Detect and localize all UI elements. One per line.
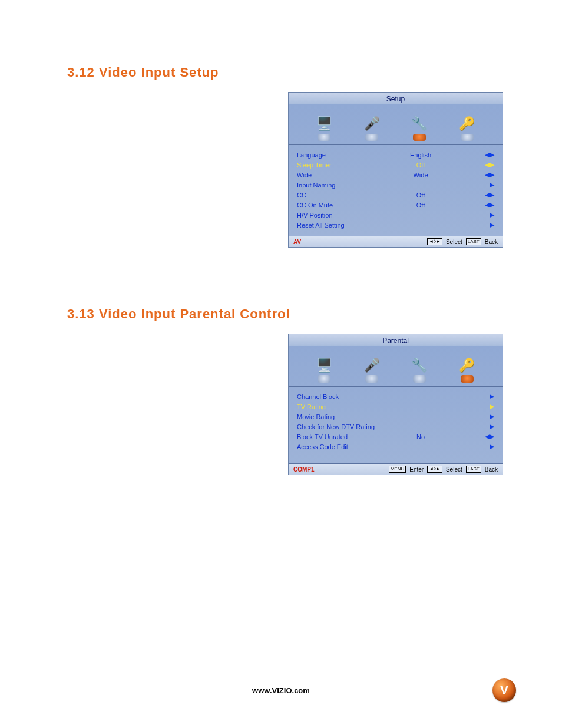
osd-panel-parental: Parental 🖥️ 🎤 🔧 🔑 Channel Block▶TV Ratin… — [288, 334, 503, 475]
menu-row-label: Access Code Edit — [297, 443, 385, 450]
tab-indicator-active[interactable] — [461, 375, 474, 383]
menu-row[interactable]: CCOff◀▶ — [297, 190, 497, 200]
setup-icon: 🔧 — [411, 116, 427, 131]
menu-row-label: Reset All Setting — [297, 222, 385, 229]
tab-indicator[interactable] — [365, 134, 378, 141]
parental-icon: 🔑 — [459, 358, 475, 373]
menu-row-value: Off — [385, 192, 456, 199]
input-source-label: COMP1 — [293, 466, 389, 473]
right-arrow-icon: ▶ — [456, 403, 497, 410]
right-arrow-icon: ▶ — [456, 221, 497, 229]
menu-row-value: No — [385, 433, 456, 440]
osd-footer: AV ◄◊►SelectLASTBack — [289, 236, 503, 247]
osd-footer: COMP1 MENUEnter◄◊►SelectLASTBack — [289, 463, 503, 475]
parental-icon: 🔑 — [459, 116, 475, 131]
tab-indicator[interactable] — [461, 134, 474, 141]
menu-row[interactable]: Reset All Setting▶ — [297, 220, 497, 230]
right-arrow-icon: ▶ — [456, 423, 497, 430]
right-arrow-icon: ▶ — [456, 413, 497, 420]
footer-url: www.VIZIO.com — [0, 686, 562, 695]
setup-icon: 🔧 — [411, 358, 427, 373]
osd-tab-indicators — [289, 131, 503, 145]
menu-row-value: Off — [385, 202, 456, 209]
menu-row-label: Movie Rating — [297, 413, 385, 420]
left-right-arrow-icon: ◀▶ — [456, 171, 497, 179]
menu-row-label: TV Rating — [297, 403, 385, 410]
menu-row-label: Block TV Unrated — [297, 433, 385, 440]
section-heading-setup: 3.12 Video Input Setup — [67, 65, 503, 80]
audio-icon: 🎤 — [364, 358, 380, 373]
menu-row-label: Sleep Timer — [297, 162, 385, 169]
keycap: ◄◊► — [427, 466, 442, 473]
audio-icon: 🎤 — [364, 116, 380, 131]
right-arrow-icon: ▶ — [456, 443, 497, 450]
menu-row-label: Language — [297, 151, 385, 159]
left-right-arrow-icon: ◀▶ — [456, 151, 497, 159]
left-right-arrow-icon: ◀▶ — [456, 191, 497, 199]
menu-row-value: English — [385, 151, 456, 159]
input-source-label: AV — [293, 239, 427, 245]
hint-text: Enter — [409, 466, 424, 473]
picture-icon: 🖥️ — [316, 116, 332, 131]
menu-row-label: CC On Mute — [297, 202, 385, 209]
right-arrow-icon: ▶ — [456, 393, 497, 400]
menu-row[interactable]: CC On MuteOff◀▶ — [297, 200, 497, 210]
section-heading-parental: 3.13 Video Input Parental Control — [67, 307, 503, 322]
right-arrow-icon: ▶ — [456, 211, 497, 219]
menu-row[interactable]: WideWide◀▶ — [297, 170, 497, 180]
keycap: ◄◊► — [427, 238, 442, 245]
menu-row-label: Channel Block — [297, 393, 385, 400]
tab-indicator[interactable] — [318, 134, 330, 141]
hint-text: Select — [446, 466, 462, 473]
menu-row[interactable]: Check for New DTV Rating▶ — [297, 421, 497, 431]
menu-row[interactable]: Block TV UnratedNo◀▶ — [297, 431, 497, 442]
osd-tab-indicators — [289, 373, 503, 387]
keycap: LAST — [466, 238, 481, 245]
menu-row[interactable]: Sleep TimerOff◀▶ — [297, 160, 497, 170]
hint-text: Back — [485, 466, 498, 473]
menu-row-label: Input Naming — [297, 182, 385, 189]
keycap: LAST — [466, 466, 481, 473]
menu-row[interactable]: Input Naming▶ — [297, 180, 497, 190]
osd-category-icons: 🖥️ 🎤 🔧 🔑 — [289, 104, 503, 131]
hint-text: Back — [485, 239, 498, 245]
left-right-arrow-icon: ◀▶ — [456, 161, 497, 169]
menu-row-value: Wide — [385, 172, 456, 179]
osd-panel-setup: Setup 🖥️ 🎤 🔧 🔑 LanguageEnglish◀▶Sleep Ti… — [288, 92, 503, 248]
vizio-logo: V — [492, 678, 516, 702]
menu-row[interactable]: LanguageEnglish◀▶ — [297, 150, 497, 160]
menu-row[interactable]: TV Rating▶ — [297, 401, 497, 411]
tab-indicator[interactable] — [318, 375, 330, 383]
left-right-arrow-icon: ◀▶ — [456, 201, 497, 209]
menu-row[interactable]: H/V Position▶ — [297, 210, 497, 220]
menu-row[interactable]: Movie Rating▶ — [297, 411, 497, 421]
picture-icon: 🖥️ — [316, 358, 332, 373]
osd-category-icons: 🖥️ 🎤 🔧 🔑 — [289, 346, 503, 373]
tab-indicator-active[interactable] — [413, 134, 426, 141]
keycap: MENU — [389, 466, 406, 473]
menu-row-label: CC — [297, 192, 385, 199]
osd-title: Parental — [289, 334, 503, 346]
menu-row-value: Off — [385, 162, 456, 169]
left-right-arrow-icon: ◀▶ — [456, 433, 497, 440]
menu-row[interactable]: Channel Block▶ — [297, 391, 497, 401]
tab-indicator[interactable] — [365, 375, 378, 383]
menu-row-label: Check for New DTV Rating — [297, 423, 385, 430]
menu-row[interactable]: Access Code Edit▶ — [297, 442, 497, 452]
menu-row-label: Wide — [297, 172, 385, 179]
osd-title: Setup — [289, 93, 503, 104]
menu-row-label: H/V Position — [297, 212, 385, 219]
right-arrow-icon: ▶ — [456, 181, 497, 189]
tab-indicator[interactable] — [413, 375, 426, 383]
hint-text: Select — [446, 239, 462, 245]
